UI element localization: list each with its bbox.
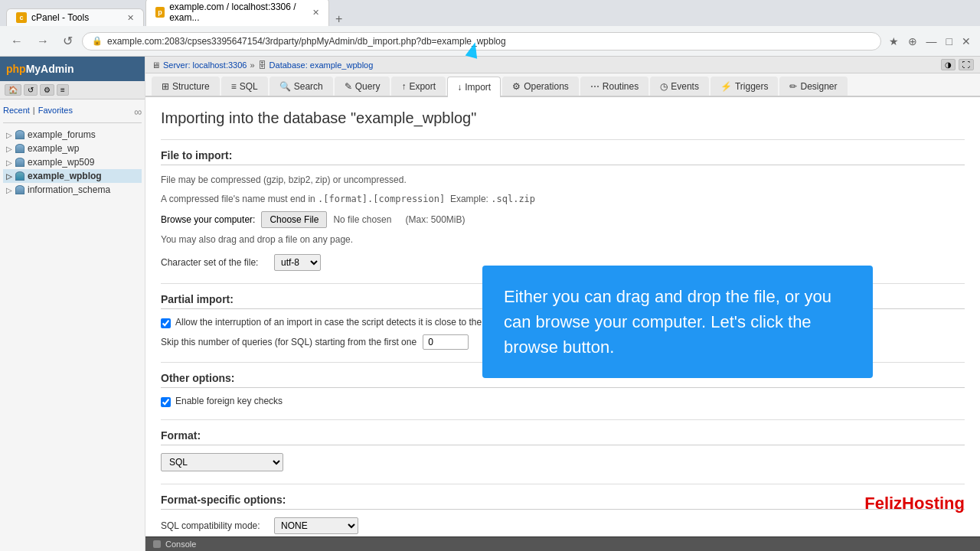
browser-actions: ★ ⊕ — □ ✕ [886, 34, 974, 49]
extensions-button[interactable]: ⊕ [905, 34, 920, 49]
tab-sql[interactable]: ≡ SQL [221, 77, 268, 96]
tab-export[interactable]: ↑ Export [391, 77, 446, 96]
choose-file-button[interactable]: Choose File [261, 211, 327, 228]
sidebar-item-information-schema[interactable]: ▷ information_schema [3, 183, 142, 197]
database-link[interactable]: Database: example_wpblog [270, 60, 374, 70]
tab-events[interactable]: ◷ Events [650, 77, 709, 96]
bookmark-button[interactable]: ★ [886, 34, 902, 49]
format-title: Format: [161, 429, 965, 445]
routines-icon: ⋯ [590, 81, 599, 92]
foreign-key-row: Enable foreign key checks [161, 396, 965, 407]
tab-operations[interactable]: ⚙ Operations [502, 77, 579, 96]
sidebar-divider [3, 122, 142, 123]
tab-search[interactable]: 🔍 Search [270, 77, 333, 96]
tab-import[interactable]: ↓ Import [447, 77, 501, 97]
operations-icon: ⚙ [512, 81, 521, 92]
refresh-button[interactable]: ↺ [24, 84, 38, 96]
watermark-text1: Feliz [864, 494, 902, 513]
db-icon [15, 158, 24, 167]
back-button[interactable]: ← [6, 33, 28, 50]
format-specific-title: Format-specific options: [161, 494, 965, 510]
skip-queries-input[interactable] [423, 334, 469, 350]
console-bar[interactable]: Console [145, 536, 980, 551]
arrow-icon: ▷ [6, 158, 12, 167]
sql-compat-label: SQL compatibility mode: [161, 520, 268, 531]
server-link[interactable]: Server: localhost:3306 [163, 60, 247, 70]
close-button[interactable]: ✕ [959, 34, 974, 49]
file-none-label: No file chosen [333, 214, 391, 225]
tab-query[interactable]: ✎ Query [335, 77, 390, 96]
db-icon [15, 130, 24, 139]
section-divider-top [161, 139, 965, 140]
tab-designer-label: Designer [800, 81, 837, 92]
skip-queries-label: Skip this number of queries (for SQL) st… [161, 337, 416, 347]
tab-bar: c cPanel - Tools ✕ p example.com / local… [0, 0, 980, 26]
arrow-icon: ▷ [6, 145, 12, 153]
theme-button[interactable]: ◑ [941, 59, 956, 70]
export-icon: ↑ [401, 81, 406, 92]
home-button[interactable]: 🏠 [5, 84, 21, 96]
tab-routines[interactable]: ⋯ Routines [580, 77, 648, 96]
max-size-label: (Max: 500MiB) [405, 214, 465, 225]
db-name: example_wp509 [28, 157, 94, 168]
database-icon: 🗄 [258, 60, 266, 70]
tab-routines-label: Routines [603, 81, 639, 92]
tooltip-overlay: Either you can drag and drop the file, o… [482, 266, 873, 378]
new-tab-button[interactable]: + [331, 12, 347, 26]
console-dot [153, 540, 161, 548]
console-button[interactable]: ≡ [57, 84, 69, 96]
settings-button[interactable]: ⚙ [40, 84, 54, 96]
tab-sql-label: SQL [240, 81, 258, 92]
fullscreen-button[interactable]: ⛶ [959, 59, 974, 70]
format-select[interactable]: SQL CSV CSV using LOAD DATA JSON XML [161, 453, 283, 471]
server-bar-right: ◑ ⛶ [941, 59, 974, 70]
format-section: Format: SQL CSV CSV using LOAD DATA JSON… [161, 429, 965, 471]
tab-label-cpanel: cPanel - Tools [31, 12, 89, 23]
tab-phpmyadmin[interactable]: p example.com / localhost:3306 / exam...… [145, 0, 329, 26]
favorites-link[interactable]: Favorites [38, 106, 73, 118]
sidebar-item-example-forums[interactable]: ▷ example_forums [3, 128, 142, 142]
recent-link[interactable]: Recent [3, 106, 30, 118]
address-bar[interactable]: 🔒 example.com:2083/cpses3395647154/3rdpa… [82, 32, 881, 51]
sidebar-logo: phpMyAdmin [0, 57, 145, 81]
foreign-key-label: Enable foreign key checks [175, 396, 965, 406]
tab-designer[interactable]: ✏ Designer [779, 77, 847, 96]
foreign-key-checkbox[interactable] [161, 397, 171, 407]
db-icon [15, 171, 24, 181]
sidebar-item-example-wp509[interactable]: ▷ example_wp509 [3, 155, 142, 169]
watermark: FelizHosting [864, 494, 965, 514]
tooltip-text: Either you can drag and drop the file, o… [504, 287, 831, 357]
tab-label-phpmyadmin: example.com / localhost:3306 / exam... [169, 2, 308, 23]
reload-button[interactable]: ↺ [58, 32, 77, 50]
tab-cpanel[interactable]: c cPanel - Tools ✕ [6, 8, 144, 26]
minimize-button[interactable]: — [923, 34, 940, 49]
charset-select[interactable]: utf-8 latin1 utf-16 [274, 254, 321, 271]
tab-triggers[interactable]: ⚡ Triggers [710, 77, 779, 96]
format-specific-section: Format-specific options: SQL compatibili… [161, 494, 965, 536]
db-icon [15, 185, 24, 194]
tab-close-cpanel[interactable]: ✕ [127, 13, 134, 23]
tab-search-label: Search [294, 81, 323, 92]
allow-interrupt-checkbox[interactable] [161, 318, 171, 328]
section-divider-3 [161, 419, 965, 420]
tab-structure[interactable]: ⊞ Structure [152, 77, 220, 96]
sidebar-toolbar: 🏠 ↺ ⚙ ≡ [0, 81, 145, 99]
tab-favicon-cpanel: c [16, 12, 27, 23]
tab-close-phpmyadmin[interactable]: ✕ [312, 8, 319, 18]
example-code: .sql.zip [491, 194, 535, 204]
forward-button[interactable]: → [32, 33, 54, 50]
structure-icon: ⊞ [162, 81, 169, 92]
tab-export-label: Export [409, 81, 436, 92]
arrow-icon: ▷ [6, 131, 12, 139]
sql-compat-select[interactable]: NONE ANSI DB2 MAXDB MYSQL323 MYSQL40 MSS… [274, 517, 358, 534]
sidebar-item-example-wp[interactable]: ▷ example_wp [3, 142, 142, 155]
charset-label: Character set of the file: [161, 257, 268, 268]
tab-events-label: Events [671, 81, 699, 92]
maximize-button[interactable]: □ [943, 34, 956, 49]
browser-toolbar: ← → ↺ 🔒 example.com:2083/cpses3395647154… [0, 26, 980, 57]
sidebar-nav: Recent | Favorites ∞ ▷ example_forums ▷ [0, 99, 145, 203]
tab-triggers-label: Triggers [735, 81, 769, 92]
sidebar-item-example-wpblog[interactable]: ▷ example_wpblog [3, 169, 142, 183]
page-title: Importing into the database "example_wpb… [161, 109, 965, 127]
expand-icon: ∞ [134, 106, 142, 118]
